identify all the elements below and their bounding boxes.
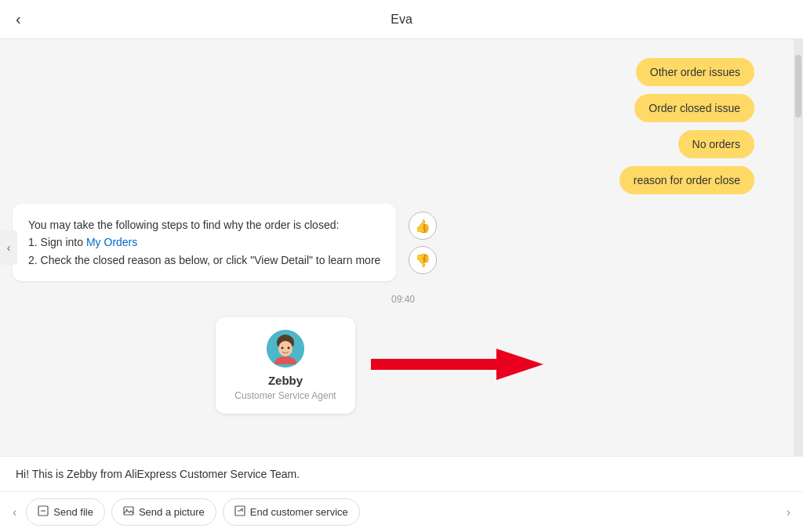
timestamp: 09:40 — [13, 294, 794, 305]
toolbar-right-arrow[interactable]: › — [787, 505, 790, 519]
header-title: Eva — [391, 13, 412, 27]
svg-point-4 — [288, 347, 290, 349]
svg-point-3 — [282, 347, 284, 349]
greeting-bar: Hi! This is Zebby from AliExpress Custom… — [0, 456, 803, 491]
end-service-button[interactable]: End customer service — [223, 498, 360, 526]
chat-area: ‹ Other order issues Order closed issue … — [0, 39, 803, 456]
greeting-text: Hi! This is Zebby from AliExpress Custom… — [16, 468, 300, 480]
bot-message-line3: 2. Check the closed reason as below, or … — [28, 254, 380, 266]
bot-message-line2: 1. Sign into — [28, 236, 86, 248]
my-orders-link[interactable]: My Orders — [86, 236, 137, 248]
agent-card-row: Zebby Customer Service Agent — [13, 317, 747, 414]
send-picture-label: Send a picture — [139, 506, 205, 518]
toolbar-left-arrow[interactable]: ‹ — [13, 505, 16, 519]
bubble-no-orders[interactable]: No orders — [678, 130, 754, 158]
scrollbar[interactable] — [794, 39, 803, 456]
send-picture-button[interactable]: Send a picture — [111, 498, 216, 526]
bubble-buttons: Other order issues Order closed issue No… — [13, 52, 794, 194]
end-service-icon — [234, 505, 245, 519]
thumbs-area: 👍 👎 — [409, 212, 437, 274]
agent-card: Zebby Customer Service Agent — [216, 317, 354, 414]
thumbs-up-button[interactable]: 👍 — [409, 212, 437, 240]
scrollbar-thumb — [795, 55, 801, 118]
bubble-order-closed-issue[interactable]: Order closed issue — [634, 94, 754, 122]
send-file-icon — [38, 505, 49, 519]
agent-title: Customer Service Agent — [234, 390, 336, 401]
back-button[interactable]: ‹ — [16, 10, 21, 28]
chat-content: Other order issues Order closed issue No… — [0, 39, 794, 456]
end-service-label: End customer service — [250, 506, 348, 518]
nav-left-arrow[interactable]: ‹ — [0, 230, 17, 265]
bot-message-row: You may take the following steps to find… — [13, 204, 577, 281]
bottom-toolbar: ‹ Send file Send a picture — [0, 491, 803, 532]
svg-rect-8 — [124, 507, 133, 515]
send-file-button[interactable]: Send file — [26, 498, 105, 526]
agent-avatar — [267, 330, 304, 367]
bot-message-line1: You may take the following steps to find… — [28, 219, 339, 231]
bubble-reason-for-order-close[interactable]: reason for order close — [620, 166, 754, 194]
bot-message-bubble: You may take the following steps to find… — [13, 204, 396, 281]
send-file-label: Send file — [53, 506, 93, 518]
header: ‹ Eva — [0, 0, 803, 39]
send-picture-icon — [123, 505, 134, 519]
thumbs-down-button[interactable]: 👎 — [409, 246, 437, 274]
svg-marker-5 — [371, 349, 543, 380]
agent-name: Zebby — [268, 374, 303, 387]
red-arrow — [363, 345, 543, 387]
bubble-other-order-issues[interactable]: Other order issues — [636, 58, 754, 86]
svg-point-2 — [278, 341, 292, 356]
